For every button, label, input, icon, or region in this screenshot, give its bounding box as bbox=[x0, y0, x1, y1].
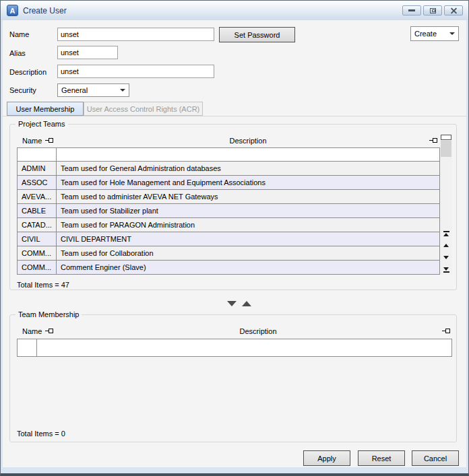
team-description-cell: Team used to administer AVEVA NET Gatewa… bbox=[57, 190, 440, 203]
alias-input[interactable] bbox=[57, 46, 118, 59]
table-row[interactable]: CATAD...Team used for PARAGON Administra… bbox=[17, 218, 440, 232]
app-icon: A bbox=[7, 5, 18, 16]
name-column-header[interactable]: Name bbox=[22, 327, 42, 335]
set-password-button[interactable]: Set Password bbox=[219, 27, 295, 42]
pin-icon[interactable] bbox=[442, 328, 451, 334]
grid-header: Name Description bbox=[17, 323, 452, 339]
apply-button[interactable]: Apply bbox=[303, 450, 350, 466]
team-name-cell: COMM... bbox=[18, 246, 57, 260]
triangle-down-icon bbox=[443, 267, 449, 271]
team-name-cell: CABLE bbox=[18, 204, 57, 217]
create-user-window: A Create User Name Set Password Create A… bbox=[0, 0, 469, 476]
table-row[interactable]: COMM...Comment Enginer (Slave) bbox=[17, 261, 440, 275]
triangle-up-icon bbox=[242, 301, 251, 306]
remove-from-membership-button[interactable] bbox=[240, 299, 253, 308]
empty-name-cell bbox=[18, 339, 37, 356]
titlebar: A Create User bbox=[1, 1, 468, 20]
table-row[interactable]: ADMINTeam used for General Administratio… bbox=[17, 162, 440, 176]
team-membership-total-items: Total Items = 0 bbox=[17, 430, 65, 438]
team-membership-groupbox: Team Membership Name Description bbox=[9, 314, 457, 442]
scroll-to-top-button[interactable] bbox=[441, 229, 451, 238]
tab-user-membership[interactable]: User Membership bbox=[7, 102, 84, 116]
table-row[interactable]: CABLETeam used for Stabilizer plant bbox=[17, 204, 440, 218]
create-dropdown[interactable]: Create bbox=[410, 26, 459, 41]
team-membership-grid: Name Description bbox=[17, 323, 452, 357]
security-label: Security bbox=[9, 86, 36, 94]
tabstrip-divider bbox=[3, 116, 466, 116]
grid-vertical-scrollbar[interactable] bbox=[440, 134, 452, 275]
empty-description-cell bbox=[57, 148, 440, 161]
scroll-down-button[interactable] bbox=[441, 253, 451, 262]
bar-icon bbox=[443, 271, 449, 273]
team-description-cell: Team used for PARAGON Administration bbox=[57, 218, 440, 232]
name-input[interactable] bbox=[57, 28, 214, 41]
team-name-cell: ASSOC bbox=[18, 176, 57, 189]
maximize-icon bbox=[430, 8, 436, 13]
team-description-cell: CIVIL DEPARTMENT bbox=[57, 232, 440, 246]
tab-user-access-control-rights[interactable]: User Access Control Rights (ACR) bbox=[84, 102, 203, 116]
scroll-to-bottom-button[interactable] bbox=[441, 265, 451, 274]
team-description-cell: Team used for Collaboration bbox=[57, 246, 440, 260]
scrollbar-thumb[interactable] bbox=[441, 141, 451, 157]
team-name-cell: ADMIN bbox=[18, 162, 57, 175]
cancel-button[interactable]: Cancel bbox=[412, 450, 459, 466]
team-membership-legend: Team Membership bbox=[15, 310, 82, 318]
window-title: Create User bbox=[23, 6, 67, 15]
minimize-button[interactable] bbox=[402, 5, 421, 15]
scroll-up-button[interactable] bbox=[441, 241, 451, 250]
maximize-button[interactable] bbox=[423, 5, 442, 15]
description-label: Description bbox=[9, 68, 46, 76]
description-column-header[interactable]: Description bbox=[239, 327, 276, 335]
close-icon bbox=[450, 7, 458, 13]
empty-name-cell bbox=[18, 148, 57, 161]
team-name-cell: CIVIL bbox=[18, 232, 57, 246]
project-teams-legend: Project Teams bbox=[15, 120, 68, 128]
scrollbar-top-button[interactable] bbox=[441, 135, 451, 140]
team-description-cell: Team used for General Administration dat… bbox=[57, 162, 440, 175]
create-dropdown-value: Create bbox=[414, 30, 437, 38]
chevron-down-icon bbox=[120, 89, 125, 92]
alias-label: Alias bbox=[9, 49, 26, 57]
team-description-cell: Comment Enginer (Slave) bbox=[57, 261, 440, 274]
pin-icon[interactable] bbox=[45, 137, 54, 143]
team-name-cell: COMM... bbox=[18, 261, 57, 274]
project-teams-rows: ADMINTeam used for General Administratio… bbox=[17, 162, 452, 275]
description-input[interactable] bbox=[57, 65, 214, 78]
bar-icon bbox=[443, 231, 449, 232]
security-dropdown[interactable]: General bbox=[57, 83, 129, 97]
triangle-down-icon bbox=[443, 256, 449, 259]
triangle-up-icon bbox=[443, 233, 449, 236]
table-row[interactable]: ASSOCTeam used for Hole Management and E… bbox=[17, 176, 440, 190]
close-button[interactable] bbox=[444, 5, 463, 15]
team-description-cell: Team used for Hole Management and Equipm… bbox=[57, 176, 440, 189]
team-name-cell: AVEVA... bbox=[18, 190, 57, 203]
dialog-body: Name Set Password Create Alias Descripti… bbox=[3, 20, 466, 467]
window-controls bbox=[402, 5, 463, 15]
name-column-header[interactable]: Name bbox=[22, 137, 42, 145]
triangle-down-icon bbox=[227, 301, 237, 306]
pin-icon[interactable] bbox=[45, 328, 54, 334]
grid-filter-row[interactable] bbox=[17, 339, 452, 357]
project-teams-total-items: Total Items = 47 bbox=[17, 281, 69, 289]
table-row[interactable]: CIVILCIVIL DEPARTMENT bbox=[17, 232, 440, 246]
project-teams-groupbox: Project Teams Name Description bbox=[9, 124, 457, 290]
chevron-down-icon bbox=[449, 32, 455, 35]
minimize-icon bbox=[408, 9, 415, 11]
description-column-header[interactable]: Description bbox=[229, 137, 266, 145]
triangle-up-icon bbox=[443, 244, 449, 247]
team-name-cell: CATAD... bbox=[18, 218, 57, 232]
table-row[interactable]: AVEVA...Team used to administer AVEVA NE… bbox=[17, 190, 440, 204]
team-description-cell: Team used for Stabilizer plant bbox=[57, 204, 440, 217]
table-row[interactable]: COMM...Team used for Collaboration bbox=[17, 246, 440, 261]
pin-icon[interactable] bbox=[429, 137, 438, 143]
add-to-membership-button[interactable] bbox=[225, 299, 239, 308]
grid-filter-row[interactable] bbox=[17, 148, 440, 162]
reset-button[interactable]: Reset bbox=[358, 450, 405, 466]
project-teams-grid: Name Description ADMINTeam used for Gene… bbox=[17, 133, 452, 275]
security-dropdown-value: General bbox=[61, 86, 88, 94]
grid-header: Name Description bbox=[17, 133, 440, 148]
name-label: Name bbox=[9, 30, 29, 38]
